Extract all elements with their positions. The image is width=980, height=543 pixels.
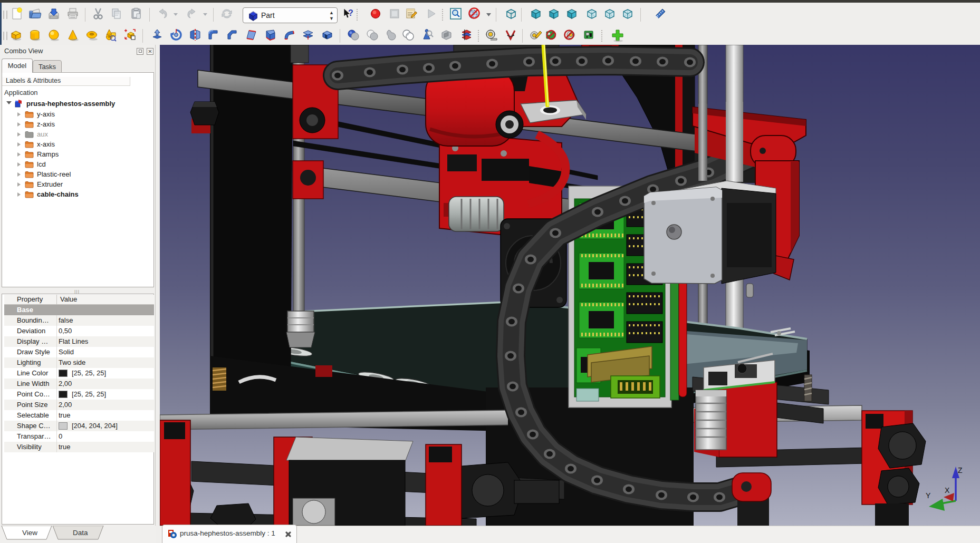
svg-text:Y: Y — [926, 491, 931, 500]
svg-text:X: X — [945, 486, 950, 494]
svg-text:Data: Data — [73, 529, 88, 537]
svg-text:View: View — [22, 529, 37, 537]
svg-text:?: ? — [348, 8, 353, 17]
svg-text:Z: Z — [958, 466, 963, 474]
